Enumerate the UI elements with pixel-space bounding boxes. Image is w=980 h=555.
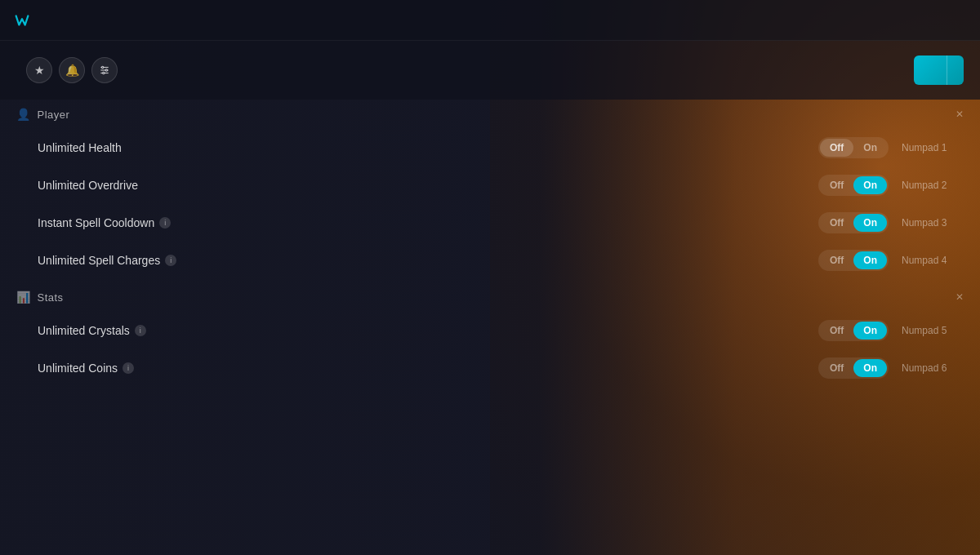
section-stats: 📊 Stats ✕ Unlimited Crystalsi Off On Num… [8,282,972,387]
game-header: ★ 🔔 [0,41,980,100]
toggle-unlimited-coins[interactable]: Off On [818,357,889,379]
svg-point-5 [103,72,105,73]
toggle-on-unlimited-coins[interactable]: On [853,359,887,377]
titlebar-controls [882,9,967,32]
section-header-left-player: 👤 Player [16,108,69,121]
toggle-off-unlimited-overdrive[interactable]: Off [820,176,853,194]
section-header-player: 👤 Player ✕ [8,100,972,129]
toggle-unlimited-spell-charges[interactable]: Off On [818,250,889,271]
toggle-on-unlimited-health[interactable]: On [853,139,887,157]
info-icon-instant-spell-cooldown[interactable]: i [159,217,171,229]
cheat-controls-unlimited-overdrive: Off On Numpad 2 [818,175,959,196]
cheat-row-unlimited-health: Unlimited Health Off On Numpad 1 [8,129,972,166]
minimize-button[interactable] [882,9,905,32]
play-label [914,62,947,78]
section-icon-stats: 📊 [16,291,31,304]
keybind-instant-spell-cooldown: Numpad 3 [902,217,959,229]
collapse-player[interactable]: ✕ [956,109,964,120]
titlebar-left [13,11,36,29]
svg-point-4 [105,69,107,71]
cheat-row-unlimited-overdrive: Unlimited Overdrive Off On Numpad 2 [8,166,972,204]
play-arrow-icon [947,62,964,78]
cheat-row-unlimited-spell-charges: Unlimited Spell Chargesi Off On Numpad 4 [8,242,972,279]
toggle-on-unlimited-spell-charges[interactable]: On [853,251,887,269]
header-left: ★ 🔔 [16,57,118,83]
keybind-unlimited-coins: Numpad 6 [902,362,959,374]
main-content: 👤 Player ✕ Unlimited Health Off On Numpa… [0,100,980,555]
toggle-off-unlimited-crystals[interactable]: Off [820,322,853,340]
cheat-name-unlimited-crystals: Unlimited Crystalsi [38,324,818,337]
keybind-unlimited-health: Numpad 1 [902,142,959,153]
cheat-row-instant-spell-cooldown: Instant Spell Cooldowni Off On Numpad 3 [8,204,972,242]
close-button[interactable] [944,9,967,32]
notification-button[interactable]: 🔔 [59,57,85,83]
cheat-name-instant-spell-cooldown: Instant Spell Cooldowni [38,216,818,229]
cheat-name-unlimited-coins: Unlimited Coinsi [38,362,818,375]
collapse-stats[interactable]: ✕ [956,291,964,303]
favorite-button[interactable]: ★ [26,57,52,83]
section-icon-player: 👤 [16,108,31,121]
section-label-stats: Stats [38,291,64,304]
trainer-settings-button[interactable] [91,57,118,83]
toggle-off-unlimited-coins[interactable]: Off [820,359,853,377]
restore-button[interactable] [913,9,936,32]
section-player: 👤 Player ✕ Unlimited Health Off On Numpa… [8,100,972,279]
toggle-instant-spell-cooldown[interactable]: Off On [818,212,889,233]
toggle-on-unlimited-overdrive[interactable]: On [853,176,887,194]
toggle-unlimited-crystals[interactable]: Off On [818,320,889,341]
toggle-off-instant-spell-cooldown[interactable]: Off [820,214,853,232]
cheat-name-unlimited-spell-charges: Unlimited Spell Chargesi [38,254,818,267]
cheat-name-unlimited-health: Unlimited Health [38,141,818,154]
svg-point-3 [102,66,104,68]
cheat-name-unlimited-overdrive: Unlimited Overdrive [38,179,818,192]
info-icon-unlimited-spell-charges[interactable]: i [165,255,176,266]
keybind-unlimited-overdrive: Numpad 2 [902,180,959,191]
play-button[interactable] [914,56,964,85]
section-header-stats: 📊 Stats ✕ [8,282,972,312]
wemod-icon [13,11,31,29]
toggle-unlimited-health[interactable]: Off On [818,137,889,158]
section-label-player: Player [38,109,70,121]
cheat-row-unlimited-coins: Unlimited Coinsi Off On Numpad 6 [8,349,972,387]
keybind-unlimited-crystals: Numpad 5 [902,325,959,336]
section-header-left-stats: 📊 Stats [16,291,64,304]
toggle-on-instant-spell-cooldown[interactable]: On [853,214,887,232]
toggle-off-unlimited-spell-charges[interactable]: Off [820,251,853,269]
cheat-controls-unlimited-coins: Off On Numpad 6 [818,357,959,379]
cheat-controls-unlimited-health: Off On Numpad 1 [818,137,959,158]
toggle-off-unlimited-health[interactable]: Off [820,139,853,157]
keybind-unlimited-spell-charges: Numpad 4 [902,255,959,266]
cheat-controls-unlimited-spell-charges: Off On Numpad 4 [818,250,959,271]
toggle-on-unlimited-crystals[interactable]: On [853,322,887,340]
info-icon-unlimited-crystals[interactable]: i [135,325,146,336]
cheat-controls-unlimited-crystals: Off On Numpad 5 [818,320,959,341]
header-icons: ★ 🔔 [26,57,118,83]
titlebar [0,0,980,41]
cheat-controls-instant-spell-cooldown: Off On Numpad 3 [818,212,959,233]
cheat-row-unlimited-crystals: Unlimited Crystalsi Off On Numpad 5 [8,312,972,349]
toggle-unlimited-overdrive[interactable]: Off On [818,175,889,196]
wemod-logo [13,11,36,29]
info-icon-unlimited-coins[interactable]: i [122,362,134,374]
